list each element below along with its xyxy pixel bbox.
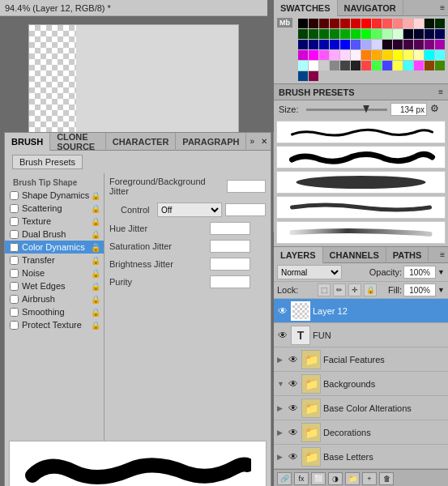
swatch-31[interactable] xyxy=(330,40,339,49)
swatch-51[interactable] xyxy=(393,50,403,60)
bp-settings-icon[interactable]: ⚙ xyxy=(430,103,443,116)
blend-mode-select[interactable]: Normal xyxy=(277,265,342,279)
brush-item-texture[interactable]: Texture 🔒 xyxy=(5,215,104,228)
swatch-58[interactable] xyxy=(319,61,329,70)
swatch-34[interactable] xyxy=(361,40,371,49)
checkbox-protect-texture[interactable] xyxy=(10,321,19,330)
swatch-49[interactable] xyxy=(372,50,382,60)
checkbox-scattering[interactable] xyxy=(10,204,19,213)
checkbox-noise[interactable] xyxy=(10,269,19,278)
expand-backgrounds[interactable]: ▼ xyxy=(277,380,285,388)
fg-bg-jitter-input[interactable] xyxy=(227,180,266,193)
brush-item-smoothing[interactable]: Smoothing 🔒 xyxy=(5,305,104,318)
swatch-33[interactable] xyxy=(351,40,361,49)
fill-chevron[interactable]: ▼ xyxy=(437,286,445,294)
swatch-8[interactable] xyxy=(382,19,392,28)
brush-presets-button[interactable]: Brush Presets xyxy=(12,155,83,169)
expand-facial-features[interactable]: ▶ xyxy=(277,356,285,364)
swatch-53[interactable] xyxy=(414,50,424,60)
swatch-39[interactable] xyxy=(414,40,424,49)
panel-close-icon[interactable]: ✕ xyxy=(258,135,271,147)
panel-expand-icon[interactable]: » xyxy=(246,135,258,147)
tab-channels[interactable]: CHANNELS xyxy=(323,247,386,263)
brightness-jitter-input[interactable] xyxy=(210,258,250,271)
tab-clone-source[interactable]: CLONE SOURCE xyxy=(50,133,106,151)
swatch-55[interactable] xyxy=(435,50,445,60)
new-layer-btn[interactable]: + xyxy=(362,472,377,485)
swatch-30[interactable] xyxy=(319,40,329,49)
checkbox-dual-brush[interactable] xyxy=(10,230,19,239)
swatch-2[interactable] xyxy=(319,19,329,28)
swatch-12[interactable] xyxy=(425,19,434,28)
bp-size-slider[interactable] xyxy=(306,109,387,111)
swatch-17[interactable] xyxy=(330,29,339,39)
swatch-52[interactable] xyxy=(403,50,413,60)
control-input[interactable] xyxy=(225,203,266,216)
swatch-64[interactable] xyxy=(382,61,392,70)
swatch-70[interactable] xyxy=(298,71,308,81)
swatch-68[interactable] xyxy=(425,61,434,70)
fx-btn[interactable]: fx xyxy=(294,472,309,485)
saturation-jitter-input[interactable] xyxy=(210,240,250,253)
tab-character[interactable]: CHARACTER xyxy=(106,133,177,151)
layer-row-fun[interactable]: 👁 T FUN xyxy=(274,323,448,347)
visibility-decorations[interactable]: 👁 xyxy=(288,427,299,438)
swatch-61[interactable] xyxy=(351,61,361,70)
swatch-54[interactable] xyxy=(425,50,434,60)
layer-row-decorations[interactable]: ▶ 👁 📁 Decorations xyxy=(274,420,448,445)
brush-item-scattering[interactable]: Scattering 🔒 xyxy=(5,202,104,215)
swatch-7[interactable] xyxy=(372,19,382,28)
swatch-59[interactable] xyxy=(330,61,339,70)
brush-preset-item-5[interactable] xyxy=(276,221,446,244)
swatch-29[interactable] xyxy=(309,40,318,49)
layer-row-facial-features[interactable]: ▶ 👁 📁 Facial Features xyxy=(274,347,448,372)
layer-row-base-letters[interactable]: ▶ 👁 📁 Base Letters xyxy=(274,445,448,469)
brush-item-protect-texture[interactable]: Protect Texture 🔒 xyxy=(5,318,104,331)
swatch-10[interactable] xyxy=(403,19,413,28)
swatch-1[interactable] xyxy=(309,19,318,28)
swatch-48[interactable] xyxy=(361,50,371,60)
swatch-45[interactable] xyxy=(330,50,339,60)
visibility-backgrounds[interactable]: 👁 xyxy=(288,378,299,390)
brush-preset-item-4[interactable] xyxy=(276,196,446,219)
adjustment-btn[interactable]: ◑ xyxy=(328,472,343,485)
swatch-11[interactable] xyxy=(414,19,424,28)
folder-btn[interactable]: 📁 xyxy=(345,472,360,485)
swatch-50[interactable] xyxy=(382,50,392,60)
layer-row-layer12[interactable]: 👁 Layer 12 xyxy=(274,299,448,323)
swatch-3[interactable] xyxy=(330,19,339,28)
swatch-42[interactable] xyxy=(298,50,308,60)
tab-paths[interactable]: PATHS xyxy=(386,247,429,263)
link-layers-btn[interactable]: 🔗 xyxy=(277,472,292,485)
swatch-56[interactable] xyxy=(298,61,308,70)
swatch-57[interactable] xyxy=(309,61,318,70)
swatch-18[interactable] xyxy=(340,29,350,39)
layers-panel-menu[interactable]: ≡ xyxy=(437,250,448,259)
swatch-22[interactable] xyxy=(382,29,392,39)
expand-base-letters[interactable]: ▶ xyxy=(277,453,285,461)
swatch-40[interactable] xyxy=(425,40,434,49)
hue-jitter-input[interactable] xyxy=(210,222,250,235)
brush-presets-menu[interactable]: ≡ xyxy=(438,87,443,96)
brush-item-shape-dynamics[interactable]: Shape Dynamics 🔒 xyxy=(5,189,104,202)
swatch-46[interactable] xyxy=(340,50,350,60)
checkbox-wet-edges[interactable] xyxy=(10,282,19,291)
swatch-9[interactable] xyxy=(393,19,403,28)
tab-paragraph[interactable]: PARAGRAPH xyxy=(176,133,246,151)
swatch-24[interactable] xyxy=(403,29,413,39)
visibility-base-letters[interactable]: 👁 xyxy=(288,451,299,463)
visibility-facial-features[interactable]: 👁 xyxy=(288,354,299,365)
lock-position-btn[interactable]: ✛ xyxy=(348,284,361,296)
purity-input[interactable] xyxy=(210,275,250,288)
swatch-26[interactable] xyxy=(425,29,434,39)
swatch-66[interactable] xyxy=(403,61,413,70)
checkbox-texture[interactable] xyxy=(10,217,19,226)
brush-preset-item-2[interactable] xyxy=(276,146,446,168)
checkbox-smoothing[interactable] xyxy=(10,308,19,317)
swatch-36[interactable] xyxy=(382,40,392,49)
lock-transparent-btn[interactable]: ⬚ xyxy=(318,284,331,296)
expand-base-color[interactable]: ▶ xyxy=(277,404,285,412)
swatch-0[interactable] xyxy=(298,19,308,28)
brush-preset-item-3[interactable] xyxy=(276,171,446,194)
visibility-base-color[interactable]: 👁 xyxy=(288,403,299,414)
